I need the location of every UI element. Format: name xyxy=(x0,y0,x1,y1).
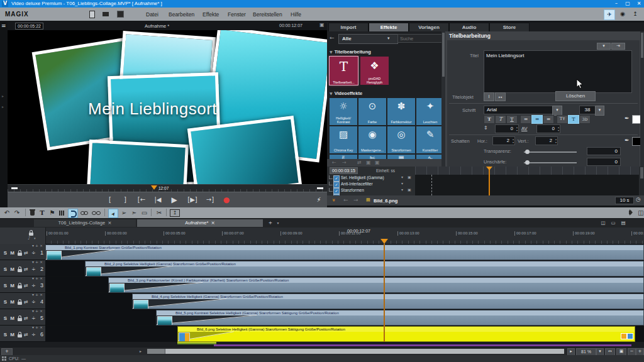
h-scrollbar-thumb[interactable] xyxy=(165,349,564,354)
tile-farbkorrektur[interactable]: ✽ Farbkorrektur xyxy=(387,98,415,125)
tile-titelbearbeitung[interactable]: T Titelbearbeit... xyxy=(330,57,358,85)
bold-button[interactable]: T xyxy=(484,115,495,124)
menu-bearbeiten[interactable]: Bearbeiten xyxy=(169,11,194,18)
speaker-icon[interactable] xyxy=(629,211,631,214)
view-icon[interactable]: ▣ xyxy=(366,160,371,165)
audio-meter-icon[interactable] xyxy=(59,211,64,216)
solo-button[interactable]: S xyxy=(3,266,8,273)
underline-button[interactable]: T xyxy=(506,115,518,124)
shadow-vert-spinner[interactable]: 2▴▾ xyxy=(535,136,558,145)
kerning-spinner[interactable]: 0▴▾ xyxy=(536,124,560,133)
clip-bild-6-selected[interactable]: Bild_6.png Selektive Helligkeit (Gamma) … xyxy=(177,326,635,342)
eyedropper-icon[interactable]: ✒ xyxy=(625,116,630,121)
clip-bild-1[interactable]: Bild_1.png Kontrast Stanzformen Größe/Po… xyxy=(45,244,644,260)
font-family-dropdown-icon[interactable]: ▾ xyxy=(552,106,562,116)
note-icon[interactable]: ♪ xyxy=(28,236,30,241)
tab-effekte[interactable]: Effekte xyxy=(369,23,409,31)
preview-canvas[interactable]: Mein Lieblingsort xyxy=(8,30,327,184)
menu-hilfe[interactable]: Hilfe xyxy=(291,11,301,18)
timeline-ruler[interactable]: 00:00:12:07 00:00:01:00 00:00:03:00 00:0… xyxy=(0,228,644,244)
tab-import[interactable]: Import xyxy=(328,23,369,31)
menu-datei[interactable]: Datei xyxy=(146,11,158,18)
track-mini-controls[interactable]: ▾+× xyxy=(32,309,44,313)
clip-bild-3[interactable]: Bild_3.png Farbkonverter (Künstl.) Farbk… xyxy=(108,277,644,293)
tile-kunstfilter[interactable]: ✎ Kunstfilter xyxy=(416,126,444,153)
track-lane[interactable]: Bild_3.png Farbkonverter (Künstl.) Farbk… xyxy=(45,277,644,292)
font-size-select[interactable]: 38 xyxy=(579,106,596,114)
refresh-icon[interactable]: ⇄ xyxy=(357,160,362,165)
play-button[interactable]: ▶ xyxy=(167,195,181,205)
keyframe-playhead-marker[interactable] xyxy=(486,167,492,170)
tab-project-2-active[interactable]: Aufnahme* × xyxy=(137,219,263,227)
tile-chroma-key[interactable]: ▨ Chroma Key xyxy=(330,126,357,153)
lock-icon[interactable] xyxy=(18,269,22,272)
delete-title-button[interactable]: Löschen xyxy=(555,91,596,101)
unschaerfe-value[interactable]: 0 xyxy=(587,158,621,166)
clock-icon[interactable]: ◷ xyxy=(636,197,641,202)
text-cursor-tool-icon[interactable]: I xyxy=(484,92,494,101)
new-project-icon[interactable] xyxy=(89,11,95,18)
font-color-swatch[interactable] xyxy=(632,115,641,124)
scroll-left-icon[interactable]: ▸ xyxy=(140,349,142,353)
track-header-3[interactable]: ▾+× S M ⇄ ÷ 3 xyxy=(0,277,46,292)
chevron-down-icon[interactable]: ▾ xyxy=(401,188,403,192)
spin-down-icon[interactable]: ▾ xyxy=(558,129,559,131)
caps-button[interactable]: Tᴛ xyxy=(557,115,568,124)
align-center-button[interactable]: ≡ xyxy=(531,115,543,124)
transition-icon[interactable]: ⇄ xyxy=(24,250,28,256)
timeline-playhead-marker[interactable] xyxy=(380,239,388,244)
track-lane[interactable]: Bild_2.png Selektive Helligkeit (Gamma) … xyxy=(45,260,644,276)
tile-helligkeit-kontrast[interactable]: ☼ Helligkeit/ Kontrast xyxy=(330,98,357,125)
preview-menu-icon[interactable]: ≡ xyxy=(1,23,6,29)
close-tab-icon[interactable]: × xyxy=(211,220,214,226)
tile-stanzformen[interactable]: ◎ Stanzformen xyxy=(387,126,415,153)
title-overlay-text[interactable]: Mein Lieblingsort xyxy=(88,99,217,119)
view-icon[interactable]: ▣ xyxy=(375,160,380,165)
spin-up-icon[interactable]: ▴ xyxy=(516,126,518,128)
quick-start-icon[interactable]: ✈ xyxy=(604,9,615,20)
fill-style-button[interactable]: T xyxy=(568,115,579,124)
performance-icon[interactable]: ⚡ xyxy=(314,195,323,205)
razor-icon[interactable]: ✂ xyxy=(155,209,164,217)
current-timecode[interactable]: 00:00:05:22 xyxy=(15,23,43,30)
maximize-button[interactable]: ▢ xyxy=(623,0,633,8)
spin-up-icon[interactable]: ▴ xyxy=(555,138,557,140)
new-tab-button[interactable]: + xyxy=(267,219,274,227)
tile-partial[interactable]: ✄ xyxy=(358,155,386,159)
spin-down-icon[interactable]: ▾ xyxy=(555,141,557,143)
fullscreen-icon[interactable]: ▣ xyxy=(319,23,325,28)
solo-button[interactable]: S xyxy=(3,315,8,322)
clip-end-thumb[interactable] xyxy=(627,333,633,339)
fx-icon[interactable]: ÷ xyxy=(31,315,36,322)
dock-panel-icon[interactable]: ⇥ xyxy=(611,43,625,50)
clip-end-handle[interactable] xyxy=(621,333,627,339)
italic-button[interactable]: T xyxy=(495,115,506,124)
delete-icon[interactable] xyxy=(30,211,35,216)
keyframe-scrollbar[interactable] xyxy=(640,167,644,195)
mouse-mode-select[interactable]: ➤ xyxy=(108,209,118,218)
chevron-down-icon[interactable]: ▾ xyxy=(401,175,403,179)
tile-partial[interactable]: ∿ xyxy=(416,155,444,159)
curve-icon[interactable]: ▣ xyxy=(408,188,411,192)
fx-icon[interactable]: ÷ xyxy=(31,283,36,289)
lock-icon[interactable] xyxy=(18,302,22,305)
tab-list-icon[interactable]: ▾ xyxy=(275,219,281,227)
expand-all-icon[interactable]: » xyxy=(331,199,336,202)
solo-button[interactable]: S xyxy=(3,332,8,338)
title-editor-scrollbar[interactable] xyxy=(640,31,644,167)
track-lane[interactable]: Bild_1.png Kontrast Stanzformen Größe/Po… xyxy=(45,244,644,260)
tile-prodad-heroglyph[interactable]: ❖ proDAD Heroglyph xyxy=(360,57,389,85)
back-icon[interactable]: ← xyxy=(330,35,335,41)
fx-icon[interactable]: ÷ xyxy=(31,266,36,273)
track-lane[interactable]: Bild_4.png Selektive Helligkeit (Gamma) … xyxy=(45,293,644,309)
keyframe-timecode[interactable]: 00:00:03:15 xyxy=(330,167,358,174)
track-mini-controls[interactable]: ▾+× xyxy=(32,326,44,329)
lock-icon[interactable] xyxy=(18,253,22,256)
mute-button[interactable]: M xyxy=(9,283,15,289)
snap-magnet-toggle[interactable] xyxy=(68,209,78,218)
slider-thumb[interactable] xyxy=(525,160,530,165)
transition-icon[interactable]: ⇄ xyxy=(24,332,28,338)
history-back-icon[interactable]: ← xyxy=(332,160,336,165)
title-text-input[interactable]: Mein Lieblingsort xyxy=(484,50,632,93)
track-mini-controls[interactable]: ▾+× xyxy=(32,293,44,297)
